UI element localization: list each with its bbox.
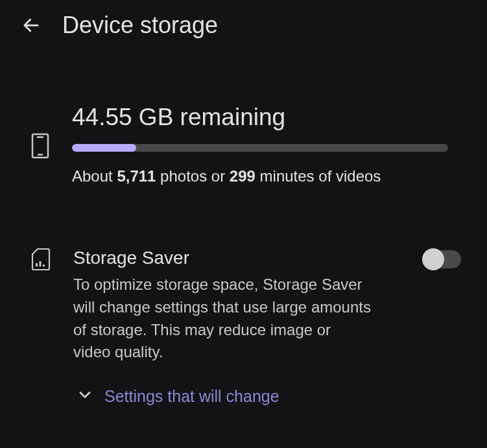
storage-info: 44.55 GB remaining About 5,711 photos or…	[72, 104, 448, 185]
storage-saver-section: Storage Saver To optimize storage space,…	[0, 185, 487, 407]
chevron-down-icon	[76, 386, 94, 407]
svg-rect-5	[40, 261, 42, 266]
storage-progress-bar	[72, 144, 448, 152]
storage-progress-fill	[72, 144, 136, 152]
settings-expand-button[interactable]: Settings that will change	[73, 386, 461, 407]
header: Device storage	[0, 0, 487, 45]
storage-saver-description: To optimize storage space, Storage Saver…	[73, 274, 372, 364]
storage-estimate: About 5,711 photos or 299 minutes of vid…	[72, 167, 448, 185]
storage-saver-toggle[interactable]	[423, 250, 461, 268]
phone-icon	[31, 104, 49, 161]
toggle-thumb	[422, 248, 444, 270]
back-button[interactable]	[19, 14, 43, 37]
svg-rect-4	[36, 263, 38, 266]
sd-card-icon	[31, 248, 51, 274]
storage-section: 44.55 GB remaining About 5,711 photos or…	[0, 45, 487, 185]
svg-rect-6	[43, 265, 45, 266]
storage-remaining: 44.55 GB remaining	[72, 104, 448, 131]
storage-saver-title: Storage Saver	[73, 248, 372, 268]
arrow-left-icon	[21, 16, 41, 35]
page-title: Device storage	[62, 12, 218, 39]
settings-expand-label: Settings that will change	[104, 387, 279, 406]
storage-saver-content: Storage Saver To optimize storage space,…	[73, 248, 461, 407]
